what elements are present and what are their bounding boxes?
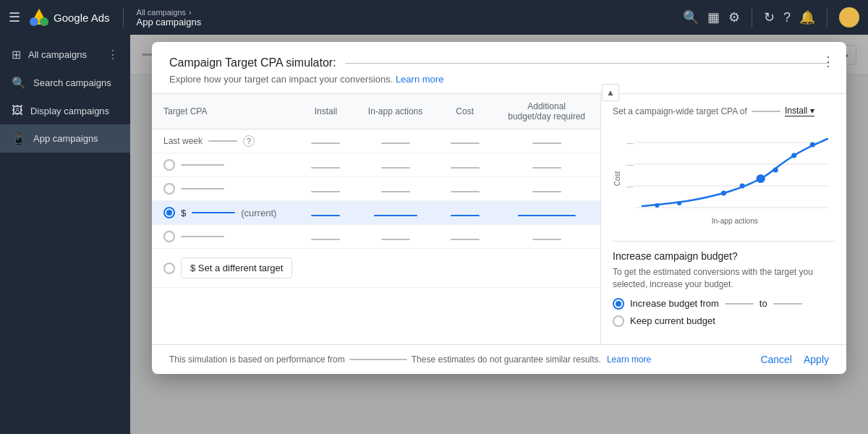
- search-campaigns-icon: 🔍: [12, 76, 26, 90]
- svg-point-1: [40, 17, 48, 26]
- current-additional: [493, 201, 600, 225]
- last-week-label: Last week: [163, 136, 203, 146]
- current-cpa: $ (current): [152, 201, 298, 225]
- row3-cost: [437, 225, 493, 249]
- tools-icon[interactable]: ⚙: [728, 9, 740, 25]
- dash: [381, 167, 410, 169]
- set-target-button[interactable]: $ Set a different target: [181, 258, 292, 278]
- modal-subtitle: Explore how your target can impact your …: [169, 74, 829, 85]
- topbar-separator-2: [827, 7, 827, 27]
- radio-current[interactable]: [163, 207, 175, 218]
- install-dropdown[interactable]: Install ▾: [785, 106, 814, 116]
- apply-button[interactable]: Apply: [804, 354, 829, 365]
- budget-radio-keep[interactable]: [613, 315, 624, 327]
- budget-to-dash: [773, 303, 802, 305]
- svg-text:—: —: [626, 183, 634, 190]
- sidebar-item-search-campaigns[interactable]: 🔍 Search campaigns: [0, 69, 130, 97]
- dash: [518, 215, 576, 216]
- content-area: 🏠 Campaigns Custom ▾ ‹ › ‹: [130, 35, 868, 434]
- chart-icon[interactable]: ▦: [707, 9, 720, 25]
- budget-keep-label: Keep current budget: [630, 315, 715, 326]
- dash: [451, 167, 480, 169]
- row1-install: [298, 153, 354, 177]
- sidebar-item-app-campaigns[interactable]: 📱 App campaigns: [0, 124, 130, 153]
- svg-text:—: —: [626, 161, 634, 169]
- budget-radio-increase[interactable]: [613, 298, 624, 310]
- dash: [311, 142, 340, 144]
- last-week-install: [298, 129, 354, 153]
- budget-section: Increase campaign budget? To get the est…: [613, 241, 835, 333]
- svg-point-15: [810, 142, 815, 148]
- title-divider: [345, 63, 829, 64]
- row2-additional: [493, 177, 600, 201]
- radio-option-3[interactable]: [163, 231, 175, 242]
- row2-cpa: [152, 177, 298, 201]
- modal-header: Campaign Target CPA simulator: Explore h…: [152, 42, 846, 94]
- value-dash: [181, 188, 224, 190]
- budget-option-increase: Increase budget from to: [613, 298, 835, 310]
- chart-header-prefix: Set a campaign-wide target CPA of: [613, 106, 747, 116]
- dash: [532, 167, 561, 169]
- modal-right-panel: Set a campaign-wide target CPA of Instal…: [600, 94, 846, 344]
- bell-icon[interactable]: 🔔: [799, 9, 815, 25]
- value-dash: [181, 164, 224, 166]
- row3-in-app: [354, 225, 437, 249]
- modal-more-icon[interactable]: ⋮: [822, 54, 835, 69]
- cancel-button[interactable]: Cancel: [760, 354, 792, 365]
- app-campaigns-icon: 📱: [12, 132, 26, 145]
- row1-additional: [493, 153, 600, 177]
- table-row-last-week: Last week ?: [152, 129, 600, 153]
- scroll-up-button[interactable]: ▲: [602, 84, 619, 101]
- row3-additional: [493, 225, 600, 249]
- current-value-dash: [192, 212, 235, 213]
- topbar-icons-group-2: ↻ ? 🔔: [764, 9, 815, 25]
- modal-footer: This simulation is based on performance …: [152, 344, 846, 374]
- dash: [381, 142, 410, 144]
- dash: [311, 167, 340, 169]
- dash: [532, 239, 561, 240]
- dash: [381, 191, 410, 192]
- learn-more-link[interactable]: Learn more: [396, 74, 443, 85]
- dash: [451, 215, 480, 216]
- brand-name: Google Ads: [54, 12, 110, 24]
- help-icon[interactable]: ?: [783, 10, 791, 25]
- modal-title: Campaign Target CPA simulator:: [169, 56, 829, 69]
- sidebar-item-label: App campaigns: [33, 133, 98, 144]
- sidebar-item-all-campaigns[interactable]: ⊞ All campaigns ⋮: [0, 41, 130, 69]
- sidebar: ⊞ All campaigns ⋮ 🔍 Search campaigns 🖼 D…: [0, 35, 130, 434]
- dash: [451, 191, 480, 192]
- last-week-question[interactable]: ?: [243, 135, 255, 147]
- modal-table-area: Target CPA Install In-app actions Cost A…: [152, 94, 600, 344]
- topbar-logo: Google Ads: [29, 7, 110, 27]
- row2-install: [298, 177, 354, 201]
- table-row: [152, 177, 600, 201]
- sidebar-item-label: All campaigns: [28, 49, 87, 60]
- row1-in-app: [354, 153, 437, 177]
- modal-subtitle-text: Explore how your target can impact your …: [169, 74, 393, 85]
- dash: [311, 191, 340, 192]
- dash: [532, 142, 561, 144]
- radio-set-target[interactable]: [163, 263, 175, 274]
- refresh-icon[interactable]: ↻: [764, 9, 775, 25]
- dash: [451, 239, 480, 240]
- radio-option-2[interactable]: [163, 183, 175, 195]
- svg-text:—: —: [626, 140, 634, 147]
- col-install: Install: [298, 94, 354, 129]
- sidebar-item-display-campaigns[interactable]: 🖼 Display campaigns: [0, 97, 130, 124]
- menu-icon[interactable]: ☰: [9, 9, 20, 25]
- avatar[interactable]: [839, 7, 859, 27]
- footer-learn-more-link[interactable]: Learn more: [607, 354, 651, 365]
- display-campaigns-icon: 🖼: [12, 104, 23, 117]
- current-install: [298, 201, 354, 225]
- radio-option-1[interactable]: [163, 159, 175, 171]
- row2-cost: [437, 177, 493, 201]
- current-cost: [437, 201, 493, 225]
- svg-text:Cost: Cost: [613, 171, 621, 187]
- chart-header: Set a campaign-wide target CPA of Instal…: [613, 106, 835, 116]
- modal: Campaign Target CPA simulator: Explore h…: [152, 42, 846, 374]
- dash: [381, 239, 410, 240]
- search-icon[interactable]: 🔍: [683, 9, 699, 25]
- more-icon[interactable]: ⋮: [107, 48, 119, 61]
- dash: [311, 215, 340, 216]
- svg-point-14: [791, 153, 796, 158]
